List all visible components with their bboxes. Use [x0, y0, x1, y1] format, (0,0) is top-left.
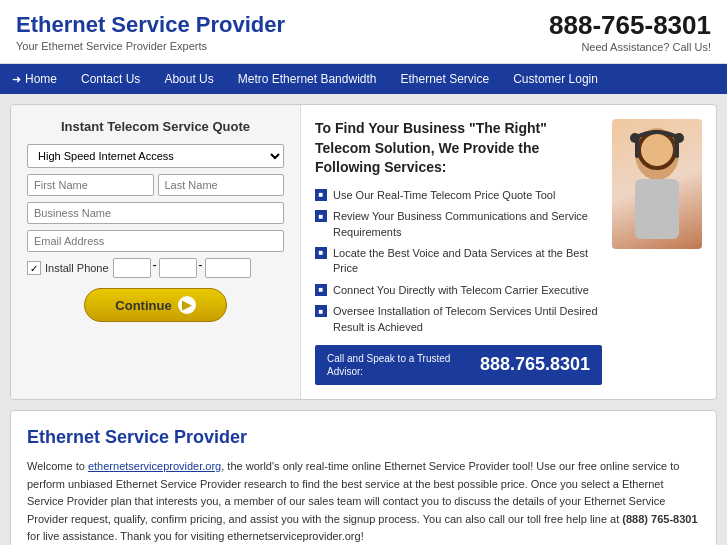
continue-arrow-icon: ▶: [178, 296, 196, 314]
site-title: Ethernet Service Provider: [16, 12, 285, 38]
service-item-1-text: Use Our Real-Time Telecom Price Quote To…: [333, 188, 555, 203]
services-panel: To Find Your Business "The Right" Teleco…: [301, 105, 716, 399]
nav-item-ethernet[interactable]: Ethernet Service: [388, 64, 501, 94]
info-link[interactable]: ethernetserviceprovider.org: [88, 460, 221, 472]
info-section: Ethernet Service Provider Welcome to eth…: [10, 410, 717, 545]
nav-home-label: Home: [25, 72, 57, 86]
svg-rect-2: [635, 179, 679, 239]
phone-dash-2: -: [199, 258, 203, 278]
name-row: [27, 174, 284, 196]
service-item-5-text: Oversee Installation of Telecom Services…: [333, 304, 602, 335]
info-paragraph: Welcome to ethernetserviceprovider.org, …: [27, 458, 700, 545]
first-name-input[interactable]: [27, 174, 154, 196]
header-left: Ethernet Service Provider Your Ethernet …: [16, 12, 285, 52]
services-list: ■ Use Our Real-Time Telecom Price Quote …: [315, 188, 602, 335]
nav-about-label: About Us: [164, 72, 213, 86]
email-input[interactable]: [27, 230, 284, 252]
nav-item-about[interactable]: About Us: [152, 64, 225, 94]
nav-contact-label: Contact Us: [81, 72, 140, 86]
service-bullet-3: ■: [315, 247, 327, 259]
phone-area-input[interactable]: [113, 258, 151, 278]
nav-item-login[interactable]: Customer Login: [501, 64, 610, 94]
info-phone-bold[interactable]: (888) 765-8301: [622, 513, 697, 525]
header-phone-sub: Need Assistance? Call Us!: [549, 41, 711, 53]
headset-image: [612, 119, 702, 385]
install-phone-checkbox[interactable]: ✓: [27, 261, 41, 275]
install-phone-label: Install Phone: [45, 262, 109, 274]
headset-svg: [617, 124, 697, 244]
phone-number-input[interactable]: [205, 258, 251, 278]
service-item-2: ■ Review Your Business Communications an…: [315, 209, 602, 240]
call-bar-label: Call and Speak to a Trusted Advisor:: [327, 352, 470, 378]
service-item-3: ■ Locate the Best Voice and Data Service…: [315, 246, 602, 277]
service-item-5: ■ Oversee Installation of Telecom Servic…: [315, 304, 602, 335]
nav-item-metro[interactable]: Metro Ethernet Bandwidth: [226, 64, 389, 94]
info-title: Ethernet Service Provider: [27, 427, 700, 448]
header: Ethernet Service Provider Your Ethernet …: [0, 0, 727, 64]
email-group: [27, 230, 284, 252]
service-item-1: ■ Use Our Real-Time Telecom Price Quote …: [315, 188, 602, 203]
service-item-4-text: Connect You Directly with Telecom Carrie…: [333, 283, 589, 298]
install-phone-row: ✓ Install Phone - -: [27, 258, 284, 278]
service-bullet-4: ■: [315, 284, 327, 296]
service-select[interactable]: High Speed Internet Access: [27, 144, 284, 168]
header-phone[interactable]: 888-765-8301: [549, 10, 711, 41]
service-item-3-text: Locate the Best Voice and Data Services …: [333, 246, 602, 277]
top-panel: Instant Telecom Service Quote High Speed…: [10, 104, 717, 400]
continue-label: Continue: [115, 298, 171, 313]
phone-dash-1: -: [153, 258, 157, 278]
main-content: Instant Telecom Service Quote High Speed…: [0, 94, 727, 545]
service-bullet-2: ■: [315, 210, 327, 222]
call-bar-phone[interactable]: 888.765.8301: [480, 354, 590, 375]
service-select-group: High Speed Internet Access: [27, 144, 284, 168]
phone-fields: - -: [113, 258, 284, 278]
phone-prefix-input[interactable]: [159, 258, 197, 278]
service-item-4: ■ Connect You Directly with Telecom Carr…: [315, 283, 602, 298]
nav-login-label: Customer Login: [513, 72, 598, 86]
service-bullet-5: ■: [315, 305, 327, 317]
service-item-2-text: Review Your Business Communications and …: [333, 209, 602, 240]
nav-ethernet-label: Ethernet Service: [400, 72, 489, 86]
business-name-input[interactable]: [27, 202, 284, 224]
call-bar: Call and Speak to a Trusted Advisor: 888…: [315, 345, 602, 385]
main-nav: ➜ Home Contact Us About Us Metro Etherne…: [0, 64, 727, 94]
nav-metro-label: Metro Ethernet Bandwidth: [238, 72, 377, 86]
business-name-group: [27, 202, 284, 224]
service-bullet-1: ■: [315, 189, 327, 201]
quote-form-title: Instant Telecom Service Quote: [27, 119, 284, 134]
header-right: 888-765-8301 Need Assistance? Call Us!: [549, 10, 711, 53]
nav-item-home[interactable]: ➜ Home: [0, 64, 69, 94]
nav-item-contact[interactable]: Contact Us: [69, 64, 152, 94]
continue-button[interactable]: Continue ▶: [84, 288, 226, 322]
services-title: To Find Your Business "The Right" Teleco…: [315, 119, 602, 178]
quote-form: Instant Telecom Service Quote High Speed…: [11, 105, 301, 399]
home-arrow-icon: ➜: [12, 73, 21, 86]
last-name-input[interactable]: [158, 174, 285, 196]
site-subtitle: Your Ethernet Service Provider Experts: [16, 40, 285, 52]
